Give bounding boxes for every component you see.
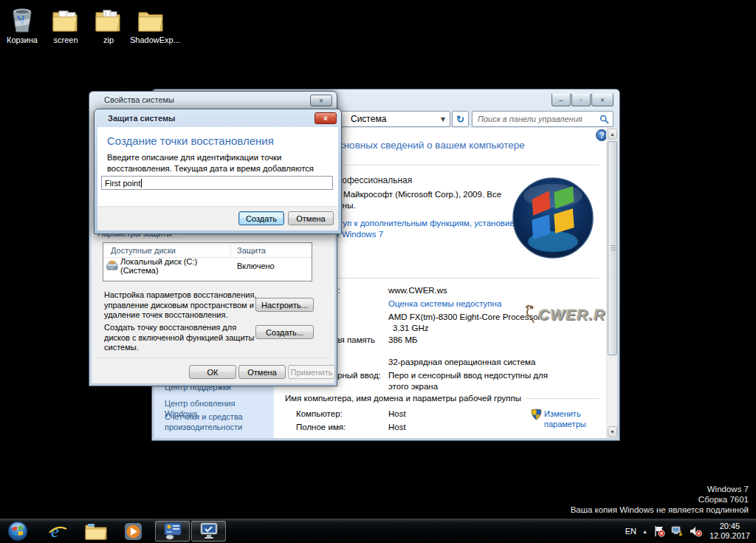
taskbar-media-player[interactable] [118, 521, 148, 542]
pen-touch-value: Перо и сенсорный ввод недоступны для это… [388, 370, 558, 392]
taskbar-internet-explorer[interactable]: e [43, 521, 72, 542]
close-button[interactable]: × [310, 95, 332, 106]
desktop-icon-screen[interactable]: screen [44, 6, 87, 44]
close-button[interactable]: × [591, 94, 614, 106]
create-button[interactable]: Создать [238, 211, 284, 225]
taskbar-button-system[interactable] [191, 521, 226, 542]
cwer-watermark: CWER.RU [523, 304, 617, 326]
computer-name-section-header: Имя компьютера, имя домена и параметры р… [285, 394, 599, 403]
desktop-icon-zip[interactable]: zip [87, 6, 130, 44]
disk-drive-icon [106, 261, 118, 271]
taskbar: e [0, 519, 756, 543]
windows-logo [512, 177, 594, 261]
disk-name: Локальный диск (C:) (Система) [118, 257, 230, 275]
scroll-up-icon: ▲ [610, 132, 615, 137]
scroll-down-button[interactable]: ▼ [608, 426, 617, 437]
action-center-button[interactable] [653, 525, 665, 537]
scroll-up-button[interactable]: ▲ [608, 129, 617, 140]
help-icon: ? [599, 131, 605, 140]
disk-row[interactable]: Локальный диск (C:) (Система) Включено [103, 258, 312, 274]
dialog-footer: Создать Отмена [97, 206, 338, 230]
manufacturer-value: www.CWER.ws [388, 285, 617, 298]
create-description: Создать точку восстановления для дисков … [104, 323, 263, 353]
internet-explorer-icon: e [48, 522, 68, 542]
apply-button[interactable]: Применить [288, 365, 335, 379]
column-header-protection[interactable]: Защита [230, 246, 266, 255]
network-icon: ! [671, 525, 684, 537]
create-restore-point-button[interactable]: Создать... [255, 325, 314, 339]
language-indicator[interactable]: EN [625, 527, 636, 536]
configure-description: Настройка параметров восстановления, упр… [104, 290, 257, 321]
list-header: Доступные диски Защита [103, 243, 312, 258]
system-computer-icon [199, 522, 219, 540]
maximize-button[interactable]: ▫ [571, 94, 591, 106]
taskbar-button-control-panel[interactable] [155, 521, 190, 542]
full-name-value: Host [388, 422, 521, 433]
recycle-bin-icon [1, 6, 44, 34]
control-panel-icon [163, 522, 182, 540]
divider [183, 234, 331, 235]
change-settings-link[interactable]: Изменить параметры [531, 409, 596, 429]
system-properties-titlebar[interactable]: Свойства системы [89, 92, 337, 108]
search-input[interactable] [472, 112, 613, 126]
window-title: Свойства системы [89, 95, 174, 104]
cancel-button[interactable]: Отмена [288, 211, 334, 225]
scrollbar-thumb[interactable] [608, 141, 617, 355]
close-icon: × [323, 115, 328, 123]
desktop-icon-shadowexp[interactable]: ShadowExp... [130, 6, 173, 44]
sidebar-item-performance[interactable]: Счетчики и средства производительности [165, 411, 268, 432]
desktop-icon-label: Корзина [1, 35, 44, 44]
configure-button[interactable]: Настроить... [255, 298, 314, 312]
chevron-down-icon[interactable]: ▾ [441, 114, 445, 124]
computer-name-value: Host [388, 409, 521, 420]
start-button[interactable] [3, 521, 32, 542]
search-icon[interactable] [599, 115, 609, 124]
ok-button[interactable]: ОК [189, 365, 236, 379]
info-row-full-name: Полное имя: Host [296, 422, 521, 433]
close-icon: × [600, 96, 605, 104]
maximize-icon: ▫ [580, 96, 583, 104]
explorer-folder-icon [85, 522, 107, 540]
column-header-disks[interactable]: Доступные диски [103, 246, 230, 255]
uac-shield-icon [531, 409, 542, 420]
divider [96, 358, 331, 358]
refresh-icon: ↻ [456, 114, 464, 125]
system-tray: EN ▲ ! [622, 519, 753, 543]
restore-point-description-input[interactable]: First point [101, 176, 333, 190]
tray-date: 12.09.2017 [709, 531, 750, 541]
speaker-muted-icon [690, 525, 702, 537]
network-status-button[interactable]: ! [671, 525, 684, 537]
refresh-button[interactable]: ↻ [452, 111, 469, 127]
show-hidden-icons-button[interactable]: ▲ [642, 529, 647, 534]
search-box[interactable] [472, 111, 614, 127]
cancel-button[interactable]: Отмена [238, 365, 286, 379]
tray-time: 20:45 [709, 522, 750, 531]
minimize-button[interactable]: – [551, 94, 571, 106]
folder-documents-icon [87, 6, 130, 34]
breadcrumb[interactable]: Система [351, 114, 386, 124]
action-center-flag-icon [653, 525, 665, 537]
not-genuine-watermark: Windows 7 Сборка 7601 Ваша копия Windows… [571, 484, 749, 515]
taskbar-clock[interactable]: 20:45 12.09.2017 [709, 522, 750, 541]
dialog-heading: Создание точки восстановления [107, 134, 274, 147]
info-row-computer: Компьютер: Host [296, 409, 521, 420]
close-button[interactable]: × [315, 112, 337, 124]
desktop-icon-label: screen [44, 35, 87, 44]
vertical-scrollbar[interactable]: ▲ ▼ [606, 128, 617, 438]
system-type-value: 32-разрядная операционная система [388, 357, 617, 370]
memory-value: 386 МБ [388, 335, 617, 357]
media-player-icon [123, 522, 143, 542]
protection-status: Включено [230, 262, 275, 270]
available-disks-list[interactable]: Доступные диски Защита Локальный диск (C… [103, 242, 312, 281]
dialog-titlebar[interactable]: Защита системы [94, 109, 341, 127]
desktop-icon-recycle-bin[interactable]: Корзина [1, 6, 44, 44]
volume-muted-button[interactable] [690, 525, 702, 537]
dialog-content: Создание точки восстановления Введите оп… [97, 127, 338, 208]
input-value: First point [105, 179, 140, 188]
taskbar-windows-explorer[interactable] [81, 521, 111, 542]
desktop-icon-label: zip [87, 35, 130, 44]
folder-icon [130, 6, 173, 34]
cwer-mascot-icon [523, 304, 538, 326]
dialog-title: Защита системы [94, 114, 176, 123]
desktop-icon-label: ShadowExp... [130, 35, 173, 44]
